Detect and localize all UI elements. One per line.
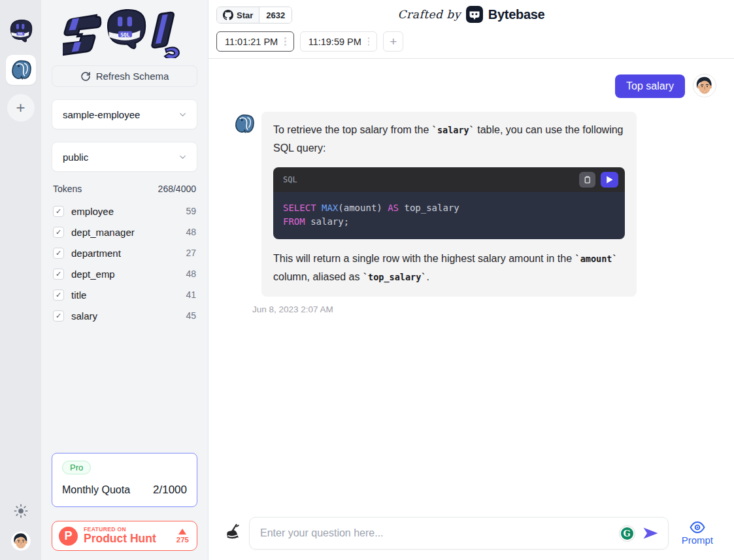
checkbox-checked[interactable]: ✓ (53, 206, 64, 217)
token-count: 27 (186, 248, 196, 258)
token-count: 48 (186, 227, 196, 237)
chevron-down-icon (178, 110, 188, 120)
pro-plan-badge: Pro (62, 461, 91, 474)
bot-icon (8, 18, 33, 46)
github-star-button[interactable]: Star 2632 (216, 7, 292, 24)
postgresql-avatar-icon (233, 113, 255, 135)
token-count: 41 (186, 289, 196, 300)
run-query-button[interactable] (601, 172, 618, 188)
product-hunt-upvotes: 275 (176, 529, 189, 544)
add-connection-button[interactable]: + (7, 94, 35, 122)
question-input[interactable] (260, 527, 613, 539)
postgresql-icon (9, 59, 33, 81)
clipboard-icon (583, 175, 592, 184)
product-hunt-name: Product Hunt (84, 533, 171, 544)
crafted-by-text: Crafted by (398, 8, 461, 21)
checkbox-checked[interactable]: ✓ (53, 269, 64, 280)
quota-card: Pro Monthly Quota 2/1000 (52, 453, 197, 507)
clear-conversation-broom-icon[interactable] (224, 523, 241, 543)
user-avatar-icon (693, 74, 716, 97)
connection-postgres-item[interactable] (6, 55, 36, 85)
main-area: Star 2632 Crafted by Bytebase 11:01:21 P… (209, 0, 734, 560)
bytebase-brand-name: Bytebase (488, 7, 545, 22)
user-avatar-icon (11, 531, 31, 551)
checkbox-checked[interactable]: ✓ (53, 248, 64, 259)
schema-select[interactable]: public (52, 142, 197, 172)
prompt-button[interactable]: Prompt (675, 521, 722, 546)
database-select[interactable]: sample-employee (52, 99, 197, 129)
assistant-paragraph-2: This will return a single row with the h… (273, 250, 625, 286)
token-count: 45 (186, 310, 196, 321)
token-count: 59 (186, 206, 196, 216)
chat-scroll-area[interactable]: Top salary To retrieve the top salary fr… (209, 59, 734, 517)
refresh-schema-label: Refresh Schema (96, 71, 169, 82)
token-row-title: ✓ title 41 (52, 284, 197, 305)
inline-code-salary: `salary` (432, 125, 475, 135)
inline-code-top-salary: `top_salary` (363, 272, 427, 282)
sql-code-block: SQL (273, 167, 625, 239)
upvote-triangle-icon (178, 529, 186, 535)
table-name: dept_manager (71, 227, 186, 238)
user-message-bubble: Top salary (615, 74, 685, 98)
left-rail: + (0, 0, 41, 560)
tokens-label: Tokens (53, 184, 82, 194)
prompt-button-label: Prompt (682, 535, 713, 546)
token-row-salary: ✓ salary 45 (52, 305, 197, 326)
monthly-quota-label: Monthly Quota (62, 484, 130, 496)
code-block-header: SQL (273, 167, 625, 192)
monthly-quota-value: 2/1000 (153, 484, 187, 497)
bytebase-logo-icon (466, 6, 483, 23)
tab-menu-icon[interactable] (366, 36, 372, 47)
tab-menu-icon[interactable] (282, 36, 288, 47)
tokens-header: Tokens 268/4000 (53, 184, 196, 194)
refresh-schema-button[interactable]: Refresh Schema (52, 65, 197, 87)
theme-toggle-button[interactable] (14, 504, 28, 521)
github-star-label: Star (237, 10, 253, 20)
refresh-icon (80, 71, 91, 82)
plus-icon: + (16, 99, 25, 117)
tab-conversation-2[interactable]: 11:19:59 PM (300, 31, 378, 52)
table-name: employee (71, 206, 186, 217)
assistant-message-bubble: To retrieve the top salary from the `sal… (261, 112, 637, 297)
token-row-employee: ✓ employee 59 (52, 201, 197, 222)
tab-conversation-1[interactable]: 11:01:21 PM (216, 31, 294, 52)
send-icon (642, 526, 659, 540)
table-name: title (71, 289, 186, 301)
send-button[interactable] (641, 525, 660, 542)
chevron-down-icon (178, 152, 188, 162)
token-row-dept-manager: ✓ dept_manager 48 (52, 222, 197, 242)
inline-code-amount: `amount` (575, 254, 618, 264)
checkbox-checked[interactable]: ✓ (53, 310, 64, 321)
sqlchat-rail-icon[interactable] (6, 17, 36, 47)
new-conversation-button[interactable]: + (383, 31, 403, 52)
code-block-body: SELECT MAX(amount) AS top_salaryFROM sal… (273, 192, 625, 239)
table-name: department (71, 248, 186, 259)
sidebar: Refresh Schema sample-employee public To… (41, 0, 209, 560)
grammarly-icon[interactable]: G (620, 526, 635, 541)
table-name: dept_emp (71, 269, 186, 280)
github-star-count: 2632 (259, 7, 292, 23)
sun-icon (14, 504, 28, 518)
sqlchat-logo (52, 7, 197, 60)
database-select-value: sample-employee (63, 109, 140, 120)
product-hunt-logo-icon: P (59, 527, 78, 546)
assistant-message-row: To retrieve the top salary from the `sal… (224, 112, 718, 297)
token-row-department: ✓ department 27 (52, 242, 197, 263)
question-input-container: G (249, 517, 669, 550)
code-language-label: SQL (283, 171, 297, 189)
token-table-list: ✓ employee 59 ✓ dept_manager 48 ✓ depart… (52, 201, 197, 326)
eye-icon (690, 521, 705, 534)
conversation-tabs: 11:01:21 PM 11:19:59 PM + (209, 29, 734, 58)
checkbox-checked[interactable]: ✓ (53, 289, 64, 301)
user-profile-avatar[interactable] (11, 531, 31, 551)
github-icon (223, 10, 233, 20)
user-chat-avatar (693, 74, 716, 97)
copy-code-button[interactable] (579, 172, 595, 188)
upvote-count: 275 (176, 536, 189, 544)
schema-select-value: public (63, 152, 88, 163)
checkbox-checked[interactable]: ✓ (53, 227, 64, 238)
tab-label: 11:01:21 PM (225, 37, 278, 47)
tab-label: 11:19:59 PM (309, 37, 361, 47)
product-hunt-badge[interactable]: P FEATURED ON Product Hunt 275 (52, 521, 197, 551)
token-count: 48 (186, 269, 196, 279)
